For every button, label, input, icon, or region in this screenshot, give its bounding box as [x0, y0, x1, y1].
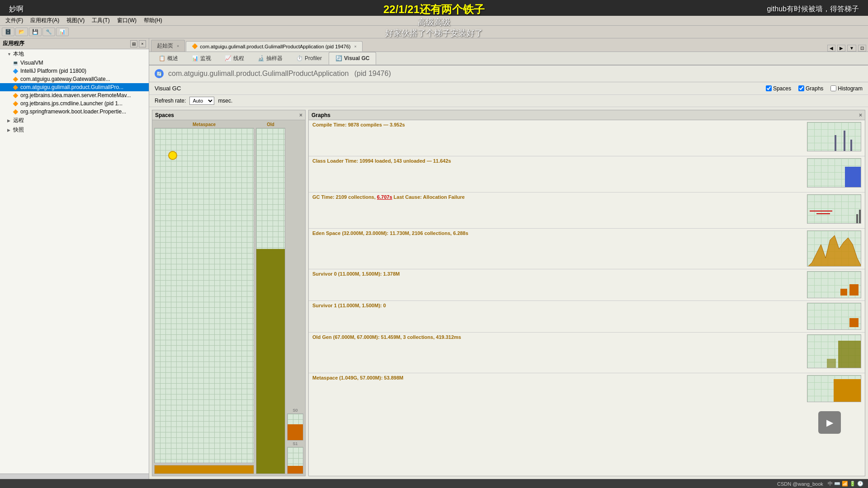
- gateway-label: com.atguigu.gateway.GatewallGate...: [20, 76, 110, 82]
- content-tab-visualgc[interactable]: 🔄 Visual GC: [329, 52, 376, 65]
- tree-remote-group[interactable]: ▶ 远程: [0, 116, 149, 125]
- graph-info-gc: GC Time: 2109 collections, 6.707s Last C…: [312, 194, 807, 202]
- toolbar-btn5[interactable]: 📊: [56, 28, 69, 36]
- refresh-bar: Refresh rate: Auto 100 500 1000 msec.: [149, 95, 868, 107]
- sidebar-close-btn[interactable]: ×: [139, 40, 146, 47]
- tree-local-group[interactable]: ▼ 本地: [0, 49, 149, 59]
- s0-label: S0: [287, 408, 303, 413]
- spaces-title: Spaces: [155, 112, 174, 118]
- content-tab-overview[interactable]: 📋 概述: [152, 52, 185, 65]
- graphs-panel: Graphs × Compile Time: 9878 compiles — 3…: [308, 110, 865, 476]
- spike1: [835, 135, 836, 151]
- histogram-checkbox[interactable]: [830, 85, 836, 91]
- tree-snapshots-group[interactable]: ▶ 快照: [0, 125, 149, 135]
- tab-start-close[interactable]: ×: [177, 44, 179, 48]
- watermark-center: 22/1/21还有两个铁子: [383, 2, 485, 17]
- graph-label-surv0: Survivor 0 (11.000M, 1.500M): 1.378M: [312, 271, 807, 277]
- app-title: com.atguigu.gulimall.product.GulimallPro…: [168, 70, 391, 78]
- metaspace-area: Metaspace: [154, 122, 254, 474]
- graphs-close[interactable]: ×: [859, 112, 862, 118]
- graph-row-gc: GC Time: 2109 collections, 6.707s Last C…: [309, 192, 865, 229]
- spike3: [850, 140, 852, 151]
- tabs-bar: 起始页 × 🔶 com.atguigu.gulimall.product.Gul…: [149, 38, 868, 52]
- tab-detach[interactable]: ⊡: [858, 45, 866, 52]
- visual-gc-section: Visual GC Spaces Graphs Histogram: [149, 82, 868, 95]
- old-grid: [256, 128, 285, 474]
- spring-icon: 🔶: [13, 109, 18, 114]
- metaspace-grid: [154, 128, 254, 463]
- gc-spikes-right: [856, 210, 861, 223]
- tab-start[interactable]: 起始页 ×: [151, 40, 185, 52]
- content-tab-sampler[interactable]: 🔬 抽样器: [251, 52, 289, 65]
- menu-tools[interactable]: 工具(T): [88, 16, 113, 25]
- tab-app-label: com.atguigu.gulimall.product.GulimallPro…: [200, 44, 350, 49]
- sidebar-item-gulimall[interactable]: 🔶 com.atguigu.gulimall.product.GulimallP…: [0, 83, 149, 91]
- graphs-checkbox[interactable]: [798, 85, 804, 91]
- toolbar-btn4[interactable]: 🔧: [42, 28, 55, 36]
- toolbar-open[interactable]: 📂: [15, 28, 28, 36]
- threads-icon: 📈: [225, 55, 231, 61]
- expand-snapshots-icon: ▶: [7, 128, 12, 132]
- sidebar-item-spring[interactable]: 🔶 org.springframework.boot.loader.Proper…: [0, 108, 149, 116]
- spaces-checkbox[interactable]: [766, 85, 772, 91]
- content-tab-threads[interactable]: 📈 线程: [218, 52, 251, 65]
- s0-grid: [287, 413, 303, 441]
- graphs-panel-header: Graphs ×: [309, 110, 865, 120]
- graph-info-metaspace: Metaspace (1.049G, 57.000M): 53.898M: [312, 375, 807, 382]
- content-tab-profiler[interactable]: ⏱️ Profiler: [289, 52, 329, 65]
- graph-info-surv0: Survivor 0 (11.000M, 1.500M): 1.378M: [312, 271, 807, 278]
- gc-highlight: 6.707s: [377, 194, 392, 200]
- visualgc-icon: 🔄: [335, 55, 342, 61]
- menu-help[interactable]: 帮助(H): [140, 16, 166, 25]
- sidebar-item-intellij[interactable]: 🔷 IntelliJ Platform (pid 11800): [0, 67, 149, 75]
- launcher-label: org.jetbrains.jps.cmdline.Launcher (pid …: [20, 100, 123, 107]
- profiler-label: Profiler: [305, 55, 322, 61]
- tab-app-close[interactable]: ×: [354, 44, 357, 49]
- sidebar: 应用程序 ▤ × ▼ 本地 💻 VisualVM 🔷 Int: [0, 38, 149, 479]
- spaces-close[interactable]: ×: [299, 112, 302, 118]
- menu-window[interactable]: 窗口(W): [113, 16, 140, 25]
- menu-bar: 文件(F) 应用程序(A) 视图(V) 工具(T) 窗口(W) 帮助(H): [0, 16, 868, 26]
- graph-label-gc: GC Time: 2109 collections, 6.707s Last C…: [312, 194, 807, 200]
- visualvm-label: VisualVM: [20, 60, 43, 66]
- visualvm-icon: 💻: [13, 61, 18, 66]
- checkbox-spaces[interactable]: Spaces: [766, 85, 791, 92]
- toolbar-save[interactable]: 💾: [29, 28, 42, 36]
- tab-nav-left[interactable]: ◀: [827, 45, 835, 52]
- sidebar-expand-btn[interactable]: ▤: [130, 40, 137, 47]
- local-label: 本地: [13, 50, 24, 58]
- graph-area-gc: [807, 194, 861, 224]
- toolbar: 🗄️ 📂 💾 🔧 📊: [0, 26, 868, 38]
- graph-info-compile: Compile Time: 9878 compiles — 3.952s: [312, 122, 807, 129]
- sidebar-item-launcher[interactable]: 🔶 org.jetbrains.jps.cmdline.Launcher (pi…: [0, 99, 149, 108]
- tab-dropdown[interactable]: ▼: [847, 45, 856, 52]
- menu-app[interactable]: 应用程序(A): [27, 16, 63, 25]
- checkbox-histogram[interactable]: Histogram: [830, 85, 863, 92]
- content-tab-monitor[interactable]: 📊 监视: [185, 52, 218, 65]
- graph-row-classloader: Class Loader Time: 10994 loaded, 143 unl…: [309, 156, 865, 192]
- tab-nav-right[interactable]: ▶: [837, 45, 845, 52]
- menu-view[interactable]: 视图(V): [63, 16, 88, 25]
- sidebar-scrollbar[interactable]: [0, 474, 149, 479]
- old-label: Old: [256, 122, 285, 127]
- refresh-unit: msec.: [218, 98, 232, 104]
- play-overlay-button[interactable]: ▶: [818, 411, 841, 434]
- status-icons: 中 ⌨️ 📶 🔋 🕐: [828, 480, 863, 487]
- old-area: Old: [256, 122, 285, 474]
- sidebar-item-visualvm[interactable]: 💻 VisualVM: [0, 59, 149, 67]
- intellij-icon: 🔷: [13, 69, 18, 74]
- right-panel: 起始页 × 🔶 com.atguigu.gulimall.product.Gul…: [149, 38, 868, 479]
- intellij-label: IntelliJ Platform (pid 11800): [20, 68, 86, 74]
- sidebar-item-maven[interactable]: 🔶 org.jetbrains.idea.maven.server.Remote…: [0, 91, 149, 99]
- graph-row-metaspace: Metaspace (1.049G, 57.000M): 53.898M: [309, 373, 865, 409]
- graph-label-eden: Eden Space (32.000M, 23.000M): 11.730M, …: [312, 230, 807, 236]
- checkbox-graphs[interactable]: Graphs: [798, 85, 823, 92]
- s1-label: S1: [287, 441, 303, 446]
- remote-label: 远程: [13, 117, 24, 124]
- menu-file[interactable]: 文件(F): [2, 16, 27, 25]
- refresh-select[interactable]: Auto 100 500 1000: [189, 97, 214, 105]
- sidebar-header: 应用程序 ▤ ×: [0, 38, 149, 49]
- tab-app[interactable]: 🔶 com.atguigu.gulimall.product.GulimallP…: [186, 41, 363, 52]
- toolbar-new[interactable]: 🗄️: [2, 28, 14, 36]
- sidebar-item-gateway[interactable]: 🔶 com.atguigu.gateway.GatewallGate...: [0, 75, 149, 83]
